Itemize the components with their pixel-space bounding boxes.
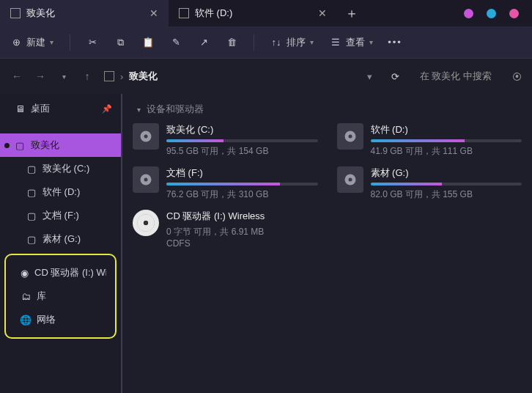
sidebar-label: 素材 (G:) <box>43 232 81 246</box>
sidebar-label: 致美化 <box>31 139 59 152</box>
new-tab-button[interactable]: ＋ <box>337 0 366 26</box>
refresh-button[interactable]: ⟳ <box>391 71 399 82</box>
tab-label: 致美化 <box>26 7 144 20</box>
breadcrumb[interactable]: › 致美化 <box>104 70 357 83</box>
folder-icon: 🗂 <box>21 291 31 301</box>
separator <box>254 34 254 51</box>
drive-icon: ▢ <box>26 210 37 221</box>
copy-icon[interactable]: ⧉ <box>114 37 126 48</box>
drive-usage-bar <box>371 183 522 186</box>
sort-button[interactable]: ↑↓ 排序 ▾ <box>270 36 314 49</box>
close-icon[interactable]: ✕ <box>149 7 158 19</box>
sidebar-item-active[interactable]: ▢ 致美化 <box>0 133 121 157</box>
pin-icon[interactable]: 📌 <box>102 104 112 114</box>
tab-secondary[interactable]: 软件 (D:) ✕ <box>169 0 337 26</box>
search-input[interactable]: 在 致美化 中搜索 <box>420 70 492 83</box>
drive-icon: ▢ <box>26 187 37 197</box>
tab-icon <box>179 8 189 18</box>
new-button[interactable]: ⊕ 新建 ▾ <box>10 36 53 49</box>
rename-icon[interactable]: ✎ <box>170 37 182 48</box>
sidebar-item-drive[interactable]: ▢ 文档 (F:) <box>0 204 121 227</box>
sidebar-label: 致美化 (C:) <box>43 162 89 175</box>
tab-label: 软件 (D:) <box>195 7 312 20</box>
tab-active[interactable]: 致美化 ✕ <box>0 0 169 26</box>
chevron-down-icon: ▾ <box>369 38 373 46</box>
svg-point-3 <box>348 135 352 139</box>
sidebar: 🖥 桌面 📌 ▢ 致美化 ▢ 致美化 (C:) ▢ 软件 (D:) ▢ 文档 (… <box>0 94 121 393</box>
svg-point-5 <box>144 178 148 182</box>
up-button[interactable]: ↑ <box>81 70 94 82</box>
drive-stats: 0 字节 可用，共 6.91 MB <box>166 226 318 238</box>
close-icon[interactable]: ✕ <box>318 7 327 19</box>
cut-icon[interactable]: ✂ <box>86 37 98 48</box>
drive-name: CD 驱动器 (I:) Wireless <box>166 210 318 223</box>
sort-label: 排序 <box>287 36 306 49</box>
svg-point-7 <box>348 178 352 182</box>
paste-icon[interactable]: 📋 <box>142 37 154 48</box>
delete-icon[interactable]: 🗑 <box>226 37 237 48</box>
drive-item[interactable]: CD 驱动器 (I:) Wireless0 字节 可用，共 6.91 MBCDF… <box>133 210 318 249</box>
sidebar-label: 软件 (D:) <box>43 186 80 199</box>
plus-icon: ⊕ <box>10 37 22 48</box>
drive-icon <box>337 166 363 193</box>
drive-name: 致美化 (C:) <box>166 123 318 136</box>
drive-usage-bar <box>166 183 318 186</box>
drive-icon: ▢ <box>15 140 25 150</box>
sidebar-label: 文档 (F:) <box>43 209 79 222</box>
view-icon: ☰ <box>330 37 341 48</box>
globe-icon: 🌐 <box>21 315 31 325</box>
drives-grid: 致美化 (C:)95.5 GB 可用，共 154 GB软件 (D:)41.9 G… <box>133 123 522 249</box>
sidebar-item-network[interactable]: 🌐 网络 <box>6 308 115 331</box>
drive-icon <box>133 123 159 150</box>
sidebar-item-drive[interactable]: ▢ 素材 (G:) <box>0 227 121 251</box>
toolbar: ⊕ 新建 ▾ ✂ ⧉ 📋 ✎ ↗ 🗑 ↑↓ 排序 ▾ ☰ 查看 ▾ ••• <box>0 26 532 59</box>
drive-item[interactable]: 素材 (G:)82.0 GB 可用，共 155 GB <box>337 166 522 201</box>
back-button[interactable]: ← <box>10 70 23 82</box>
sidebar-item-cdrom[interactable]: ◉ CD 驱动器 (I:) Wireless <box>6 261 115 284</box>
separator <box>70 34 70 51</box>
drive-stats: 95.5 GB 可用，共 154 GB <box>166 145 318 158</box>
drive-item[interactable]: 致美化 (C:)95.5 GB 可用，共 154 GB <box>133 123 318 158</box>
window-dot[interactable] <box>487 9 496 18</box>
tab-icon <box>10 8 21 18</box>
drive-icon: ▢ <box>26 164 37 174</box>
view-button[interactable]: ☰ 查看 ▾ <box>330 36 373 49</box>
drive-usage-bar <box>371 139 522 142</box>
chevron-down-icon: ▾ <box>137 106 141 114</box>
sidebar-item-drive[interactable]: ▢ 致美化 (C:) <box>0 157 121 180</box>
drive-name: 素材 (G:) <box>371 166 522 180</box>
drive-stats: 41.9 GB 可用，共 111 GB <box>371 145 522 158</box>
drive-icon <box>337 123 363 150</box>
sidebar-item-drive[interactable]: ▢ 软件 (D:) <box>0 180 121 204</box>
new-label: 新建 <box>26 36 45 49</box>
drive-name: 文档 (F:) <box>166 166 318 180</box>
drive-item[interactable]: 文档 (F:)76.2 GB 可用，共 310 GB <box>133 166 318 201</box>
sidebar-label: 桌面 <box>31 102 50 115</box>
more-icon[interactable]: ••• <box>389 37 401 48</box>
window-dot[interactable] <box>509 9 519 18</box>
chevron-down-icon[interactable]: ▾ <box>367 71 372 82</box>
drive-fs: CDFS <box>166 238 318 249</box>
desktop-icon: 🖥 <box>15 103 25 114</box>
forward-button[interactable]: → <box>34 70 47 82</box>
sidebar-item-desktop[interactable]: 🖥 桌面 📌 <box>0 97 121 120</box>
chevron-down-icon: ▾ <box>50 38 53 46</box>
share-icon[interactable]: ↗ <box>198 37 210 48</box>
sidebar-item-libraries[interactable]: 🗂 库 <box>6 284 115 308</box>
search-options-icon[interactable]: ⦿ <box>512 71 522 82</box>
view-label: 查看 <box>346 36 365 49</box>
sidebar-label: 网络 <box>37 313 56 326</box>
window-dot[interactable] <box>464 9 473 18</box>
title-bar: 致美化 ✕ 软件 (D:) ✕ ＋ <box>0 0 532 26</box>
window-controls <box>464 0 532 26</box>
cd-icon <box>133 210 159 236</box>
drive-item[interactable]: 软件 (D:)41.9 GB 可用，共 111 GB <box>337 123 522 158</box>
main-area: 🖥 桌面 📌 ▢ 致美化 ▢ 致美化 (C:) ▢ 软件 (D:) ▢ 文档 (… <box>0 94 532 393</box>
drive-stats: 82.0 GB 可用，共 155 GB <box>371 188 522 201</box>
section-header[interactable]: ▾ 设备和驱动器 <box>137 103 522 116</box>
location-icon <box>104 71 114 81</box>
drive-stats: 76.2 GB 可用，共 310 GB <box>166 188 318 201</box>
chevron-down-icon[interactable]: ▾ <box>57 73 70 81</box>
chevron-right-icon: › <box>120 71 123 82</box>
svg-point-1 <box>144 135 148 139</box>
